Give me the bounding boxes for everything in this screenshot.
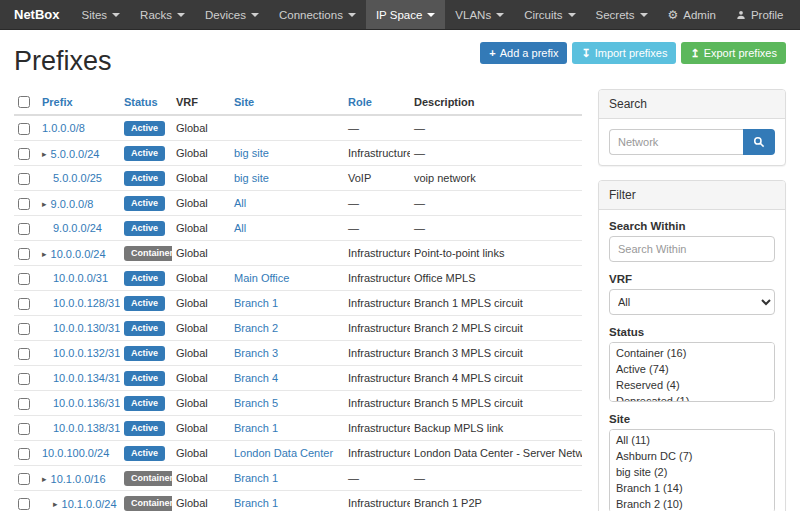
row-checkbox[interactable] bbox=[18, 373, 30, 385]
row-checkbox[interactable] bbox=[18, 423, 30, 435]
filter-option[interactable]: Active (74) bbox=[610, 361, 774, 377]
prefix-link[interactable]: 9.0.0.0/8 bbox=[51, 197, 94, 211]
nav-item-ip-space[interactable]: IP Space bbox=[366, 0, 445, 29]
filter-option[interactable]: Ashburn DC (7) bbox=[610, 448, 774, 464]
export-prefixes-button[interactable]: ↥ Export prefixes bbox=[681, 42, 786, 64]
site-link[interactable]: London Data Center bbox=[234, 447, 333, 459]
row-checkbox[interactable] bbox=[18, 123, 30, 135]
nav-item-sites[interactable]: Sites bbox=[72, 0, 131, 29]
site-cell: London Data Center bbox=[230, 441, 344, 466]
row-checkbox[interactable] bbox=[18, 473, 30, 485]
prefix-link[interactable]: 10.0.0.0/24 bbox=[51, 247, 106, 261]
prefix-link[interactable]: 10.0.0.130/31 bbox=[53, 321, 120, 335]
nav-item-secrets[interactable]: Secrets bbox=[586, 0, 658, 29]
expand-caret-icon[interactable]: ▸ bbox=[42, 472, 47, 486]
prefix-link[interactable]: 9.0.0.0/24 bbox=[53, 221, 102, 235]
status-cell: Active bbox=[120, 216, 172, 241]
site-link[interactable]: big site bbox=[234, 172, 269, 184]
site-link[interactable]: Branch 3 bbox=[234, 347, 278, 359]
prefix-link[interactable]: 10.1.0.0/16 bbox=[51, 472, 106, 486]
chevron-down-icon bbox=[427, 13, 435, 17]
filter-option[interactable]: Container (16) bbox=[610, 345, 774, 361]
prefix-link[interactable]: 10.1.0.0/24 bbox=[62, 497, 117, 511]
logout-menu-item[interactable]: Log out bbox=[793, 0, 800, 29]
prefix-link[interactable]: 5.0.0.0/25 bbox=[53, 171, 102, 185]
filter-option[interactable]: big site (2) bbox=[610, 464, 774, 480]
row-checkbox[interactable] bbox=[18, 173, 30, 185]
site-link[interactable]: Main Office bbox=[234, 272, 289, 284]
row-checkbox[interactable] bbox=[18, 198, 30, 210]
status-cell: Container bbox=[120, 466, 172, 491]
sort-status-header[interactable]: Status bbox=[124, 96, 158, 108]
nav-item-vlans[interactable]: VLANs bbox=[445, 0, 514, 29]
prefix-link[interactable]: 10.0.0.132/31 bbox=[53, 346, 120, 360]
role-cell: Infrastructure bbox=[344, 391, 410, 416]
admin-menu-item[interactable]: ⚙ Admin bbox=[658, 0, 726, 29]
site-link[interactable]: Branch 2 bbox=[234, 322, 278, 334]
expand-caret-icon[interactable]: ▸ bbox=[42, 197, 47, 211]
site-link[interactable]: Branch 4 bbox=[234, 372, 278, 384]
row-checkbox[interactable] bbox=[18, 148, 30, 160]
prefix-link[interactable]: 5.0.0.0/24 bbox=[51, 147, 100, 161]
row-checkbox[interactable] bbox=[18, 398, 30, 410]
site-link[interactable]: All bbox=[234, 222, 246, 234]
prefix-link[interactable]: 10.0.100.0/24 bbox=[42, 446, 109, 460]
site-link[interactable]: Branch 5 bbox=[234, 397, 278, 409]
site-link[interactable]: big site bbox=[234, 147, 269, 159]
filter-option[interactable]: Branch 1 (14) bbox=[610, 480, 774, 496]
prefix-link[interactable]: 10.0.0.136/31 bbox=[53, 396, 120, 410]
row-checkbox[interactable] bbox=[18, 273, 30, 285]
row-checkbox[interactable] bbox=[18, 498, 30, 510]
site-link[interactable]: All bbox=[234, 197, 246, 209]
filter-option[interactable]: Deprecated (1) bbox=[610, 393, 774, 402]
filter-option[interactable]: Reserved (4) bbox=[610, 377, 774, 393]
vrf-cell: Global bbox=[172, 216, 230, 241]
filter-option[interactable]: All (11) bbox=[610, 432, 774, 448]
site-cell: Main Office bbox=[230, 266, 344, 291]
search-within-input[interactable] bbox=[609, 236, 775, 262]
site-cell: Branch 5 bbox=[230, 391, 344, 416]
prefix-link[interactable]: 10.0.0.128/31 bbox=[53, 296, 120, 310]
import-prefixes-button[interactable]: ↧ Import prefixes bbox=[572, 42, 676, 64]
site-link[interactable]: Branch 1 bbox=[234, 497, 278, 509]
expand-caret-icon[interactable]: ▸ bbox=[42, 147, 47, 161]
sort-prefix-header[interactable]: Prefix bbox=[42, 96, 73, 108]
row-checkbox[interactable] bbox=[18, 248, 30, 260]
nav-item-label: Devices bbox=[205, 9, 246, 21]
site-filter-list[interactable]: All (11)Ashburn DC (7)big site (2)Branch… bbox=[609, 429, 775, 511]
prefix-cell: ▸10.1.0.0/16 bbox=[38, 466, 120, 491]
search-button[interactable] bbox=[743, 129, 775, 155]
nav-item-racks[interactable]: Racks bbox=[130, 0, 195, 29]
expand-caret-icon[interactable]: ▸ bbox=[53, 497, 58, 511]
prefix-link[interactable]: 10.0.0.138/31 bbox=[53, 421, 120, 435]
row-checkbox[interactable] bbox=[18, 298, 30, 310]
brand-logo[interactable]: NetBox bbox=[10, 0, 72, 29]
filter-option[interactable]: Branch 2 (10) bbox=[610, 496, 774, 511]
row-checkbox[interactable] bbox=[18, 448, 30, 460]
sort-site-header[interactable]: Site bbox=[234, 96, 254, 108]
site-link[interactable]: Branch 1 bbox=[234, 422, 278, 434]
row-checkbox[interactable] bbox=[18, 323, 30, 335]
row-checkbox[interactable] bbox=[18, 223, 30, 235]
site-link[interactable]: Branch 1 bbox=[234, 297, 278, 309]
vrf-select[interactable]: All bbox=[609, 289, 775, 315]
search-input[interactable] bbox=[609, 129, 743, 155]
add-prefix-button[interactable]: + Add a prefix bbox=[480, 42, 567, 64]
prefix-link[interactable]: 10.0.0.134/31 bbox=[53, 371, 120, 385]
nav-item-circuits[interactable]: Circuits bbox=[514, 0, 585, 29]
nav-item-devices[interactable]: Devices bbox=[195, 0, 269, 29]
nav-item-label: Sites bbox=[82, 9, 108, 21]
profile-menu-item[interactable]: Profile bbox=[726, 0, 794, 29]
vrf-filter-label: VRF bbox=[609, 273, 775, 285]
prefix-link[interactable]: 10.0.0.0/31 bbox=[53, 271, 108, 285]
sort-role-header[interactable]: Role bbox=[348, 96, 372, 108]
select-all-checkbox[interactable] bbox=[18, 96, 30, 108]
site-link[interactable]: Branch 1 bbox=[234, 472, 278, 484]
row-checkbox[interactable] bbox=[18, 348, 30, 360]
expand-caret-icon[interactable]: ▸ bbox=[42, 247, 47, 261]
prefix-cell: 10.0.0.132/31 bbox=[38, 341, 120, 366]
chevron-down-icon bbox=[496, 13, 504, 17]
status-filter-list[interactable]: Container (16)Active (74)Reserved (4)Dep… bbox=[609, 342, 775, 402]
nav-item-connections[interactable]: Connections bbox=[269, 0, 366, 29]
prefix-link[interactable]: 1.0.0.0/8 bbox=[42, 121, 85, 135]
